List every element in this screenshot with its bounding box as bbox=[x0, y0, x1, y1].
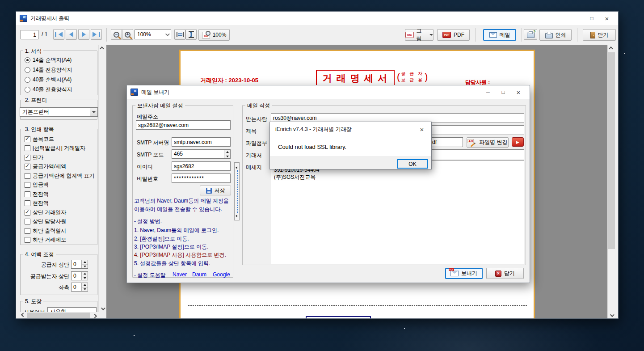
next-page-button[interactable] bbox=[78, 29, 89, 40]
account-id-input[interactable] bbox=[172, 161, 231, 171]
mail-button[interactable]: 메일 bbox=[483, 29, 516, 41]
checkbox-icon[interactable] bbox=[25, 182, 30, 188]
sidebar-hscrollbar[interactable] bbox=[19, 312, 98, 318]
radio-icon[interactable] bbox=[25, 77, 30, 83]
checkbox-icon[interactable] bbox=[25, 191, 30, 197]
checkbox-icon[interactable] bbox=[25, 228, 30, 234]
maximize-icon[interactable] bbox=[584, 13, 599, 24]
pdf-export-button[interactable]: PDF bbox=[437, 29, 470, 41]
radio-icon[interactable] bbox=[25, 57, 30, 63]
checkbox-row[interactable]: 공급가액란에 합계액 표기 bbox=[25, 172, 95, 180]
ok-button[interactable]: OK bbox=[397, 159, 428, 169]
print-button[interactable]: 인쇄 bbox=[539, 29, 572, 41]
close-icon[interactable] bbox=[511, 86, 526, 98]
close-window-button[interactable]: 닫기 bbox=[583, 29, 616, 41]
scroll-up-icon[interactable] bbox=[608, 45, 615, 51]
minimize-icon[interactable] bbox=[480, 86, 496, 98]
spin-up-icon[interactable] bbox=[82, 260, 88, 264]
radio-label: 40줄 순백지(A4) bbox=[33, 76, 72, 84]
image-export-button[interactable]: 그림 bbox=[405, 29, 434, 41]
radio-row[interactable]: 40줄 순백지(A4) bbox=[25, 76, 72, 84]
save-button[interactable]: 저장 bbox=[200, 186, 231, 195]
checkbox-icon[interactable] bbox=[25, 155, 30, 161]
checkbox-row[interactable]: [선택발급시] 거래일자 bbox=[25, 144, 85, 152]
margin-spinner[interactable]: 0 bbox=[71, 260, 88, 269]
margin-spinner[interactable]: 0 bbox=[71, 271, 88, 280]
radio-icon[interactable] bbox=[25, 67, 30, 73]
zoom-out-button[interactable] bbox=[111, 29, 122, 40]
google-help-link[interactable]: Google bbox=[213, 271, 230, 278]
checkbox-icon[interactable] bbox=[25, 136, 30, 142]
spin-up-icon[interactable] bbox=[224, 150, 230, 154]
checkbox-row[interactable]: 입금액 bbox=[25, 181, 49, 189]
print-setup-button[interactable] bbox=[524, 29, 537, 40]
fit-width-button[interactable] bbox=[174, 29, 185, 40]
checkbox-icon[interactable] bbox=[25, 164, 30, 169]
spin-up-icon[interactable] bbox=[82, 272, 88, 276]
preview-vscrollbar[interactable] bbox=[607, 45, 615, 319]
password-input[interactable] bbox=[172, 173, 231, 183]
send-button[interactable]: 보내기 bbox=[445, 268, 483, 279]
minimize-icon[interactable] bbox=[569, 13, 584, 24]
first-page-button[interactable] bbox=[53, 29, 64, 40]
spin-down-icon[interactable] bbox=[224, 154, 230, 158]
fit-height-button[interactable] bbox=[185, 29, 197, 40]
zoom-in-button[interactable] bbox=[122, 29, 133, 40]
rename-file-button[interactable]: 파일명 변경 bbox=[467, 137, 509, 148]
naver-help-link[interactable]: Naver bbox=[173, 271, 187, 278]
sidebar-vscrollbar[interactable] bbox=[98, 45, 106, 312]
radio-row[interactable]: 14줄 순백지(A4) bbox=[25, 56, 72, 64]
checkbox-icon[interactable] bbox=[25, 200, 30, 206]
checkbox-icon[interactable] bbox=[25, 145, 30, 151]
password-label: 비밀번호 bbox=[137, 175, 158, 183]
checkbox-row[interactable]: 공급가액/세액 bbox=[25, 163, 66, 170]
checkbox-row[interactable]: 전잔액 bbox=[25, 190, 49, 198]
spin-down-icon[interactable] bbox=[82, 276, 88, 280]
smtp-port-spinner[interactable]: 465 bbox=[172, 149, 231, 159]
last-page-button[interactable] bbox=[91, 29, 102, 40]
smtp-server-input[interactable] bbox=[172, 137, 231, 147]
spin-down-icon[interactable] bbox=[82, 264, 88, 269]
checkbox-row[interactable]: 품목코드 bbox=[25, 135, 54, 143]
checkbox-row[interactable]: 하단 거래메모 bbox=[25, 236, 66, 244]
close-icon[interactable] bbox=[599, 13, 615, 24]
spin-down-icon[interactable] bbox=[82, 287, 88, 292]
close-icon[interactable] bbox=[414, 123, 429, 135]
checkbox-icon[interactable] bbox=[25, 173, 30, 179]
checkbox-row[interactable]: 현잔액 bbox=[25, 199, 49, 207]
scroll-thumb[interactable] bbox=[27, 313, 90, 318]
maximize-icon[interactable] bbox=[496, 86, 511, 98]
radio-icon[interactable] bbox=[25, 87, 30, 93]
checkbox-row[interactable]: 상단 거래일자 bbox=[25, 209, 66, 216]
message-textarea[interactable]: 391-910019-54404 (주)SGS서진교육 bbox=[271, 161, 524, 264]
spin-up-icon[interactable] bbox=[82, 283, 88, 287]
sender-group-title: 보낸사람 메일 설정 bbox=[135, 102, 185, 110]
help-intro-line2: 이용하며 메일을 전송할 수 있습니다. bbox=[134, 206, 222, 213]
radio-row[interactable]: 40줄 전용양식지 bbox=[25, 86, 72, 93]
prev-page-button[interactable] bbox=[66, 29, 77, 40]
scroll-down-icon[interactable] bbox=[99, 305, 106, 312]
printer-select[interactable]: 기본프린터 bbox=[20, 107, 98, 117]
scroll-right-icon[interactable] bbox=[92, 312, 98, 318]
zoom-select[interactable]: 100% bbox=[135, 30, 171, 39]
panel-splitter[interactable] bbox=[234, 162, 240, 220]
open-attachment-button[interactable] bbox=[512, 137, 524, 147]
checkbox-row[interactable]: 단가 bbox=[25, 154, 43, 161]
radio-row[interactable]: 14줄 전용양식지 bbox=[25, 66, 72, 74]
margin-spinner[interactable]: 0 bbox=[71, 283, 88, 292]
checkbox-icon[interactable] bbox=[25, 237, 30, 243]
scroll-up-icon[interactable] bbox=[99, 45, 106, 51]
scroll-down-icon[interactable] bbox=[608, 312, 615, 319]
scroll-thumb[interactable] bbox=[608, 52, 615, 249]
zoom-100-button[interactable]: 100% bbox=[198, 29, 230, 41]
email-input[interactable] bbox=[136, 120, 231, 130]
checkbox-icon[interactable] bbox=[25, 210, 30, 216]
daum-help-link[interactable]: Daum bbox=[192, 271, 206, 278]
checkbox-row[interactable]: 하단 출력일시 bbox=[25, 227, 66, 235]
dialog-close-button[interactable]: 닫기 bbox=[486, 268, 524, 279]
checkbox-row[interactable]: 상단 담당사원 bbox=[25, 218, 66, 225]
checkbox-icon[interactable] bbox=[25, 219, 30, 224]
page-number-input[interactable] bbox=[21, 30, 38, 39]
dialog-close-label: 닫기 bbox=[504, 270, 515, 277]
scroll-left-icon[interactable] bbox=[19, 312, 25, 318]
